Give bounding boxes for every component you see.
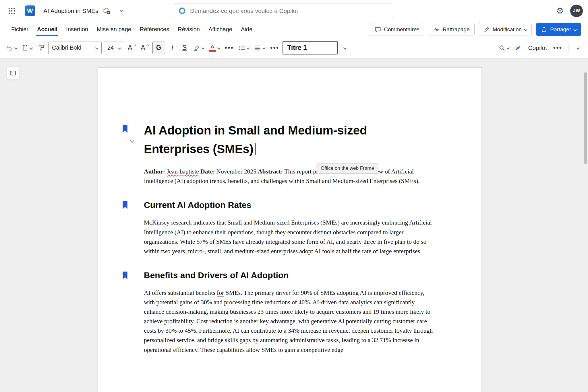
document-meta-paragraph[interactable]: Author: Jean-baptiste Date: November 202… (144, 167, 436, 186)
tab-references[interactable]: Références (136, 22, 173, 37)
bullet-list-chevron-icon (247, 46, 250, 49)
navigation-pane-toggle-button[interactable] (6, 67, 20, 80)
section-heading-2-text: Benefits and Drivers of AI Adoption (144, 270, 289, 280)
font-color-button[interactable]: A (208, 41, 221, 54)
underline-letter: S (182, 44, 187, 52)
font-name-chevron-icon (95, 46, 98, 49)
ribbon-menubar: Fichier Accueil Insertion Mise en page R… (0, 22, 588, 37)
document-title[interactable]: AI Adoption in SMEs (43, 7, 98, 14)
document-title-text: AI Adoption in Small and Medium-sized En… (144, 124, 367, 156)
italic-button[interactable]: I (167, 41, 177, 54)
clipboard-icon (22, 44, 28, 51)
paste-chevron-icon (30, 46, 33, 49)
editing-mode-chevron-icon (524, 28, 527, 31)
heading-bookmark-icon[interactable] (121, 124, 129, 133)
undo-button[interactable] (5, 41, 18, 54)
grow-font-letter: A (128, 44, 132, 52)
share-button[interactable]: Partager (536, 23, 581, 36)
saved-cloud-check-icon (102, 7, 111, 15)
style-select[interactable]: Titre 1 (283, 41, 338, 54)
app-launcher-waffle-icon[interactable] (5, 4, 18, 17)
paragraph-2-post: SMEs. The primary driver for 90% of SMEs… (144, 289, 433, 353)
section-heading-1[interactable]: Current AI Adoption Rates (144, 199, 436, 210)
style-gallery-chevron-button[interactable] (340, 41, 350, 54)
format-painter-button[interactable] (36, 41, 46, 54)
tab-accueil[interactable]: Accueil (33, 22, 62, 37)
section-heading-2[interactable]: Benefits and Drivers of AI Adoption (144, 270, 436, 281)
comments-button[interactable]: Commentaires (370, 23, 424, 36)
editing-mode-label: Modification (493, 26, 522, 33)
heading-collapse-chevron-icon[interactable] (131, 128, 134, 147)
date-label: Date: (200, 168, 215, 175)
catchup-button[interactable]: Rattrapage (429, 23, 475, 36)
document-canvas: Office on the web Frame AI Adoption in S… (0, 58, 588, 392)
grow-font-button[interactable]: A˄ (126, 41, 137, 54)
style-value: Titre 1 (287, 44, 307, 52)
editing-mode-button[interactable]: Modification (479, 23, 532, 36)
settings-gear-icon[interactable]: ⚙ (556, 7, 564, 15)
topbar: W AI Adoption in SMEs ⚙ JW (0, 0, 588, 22)
author-label: Author: (144, 168, 165, 175)
paste-button[interactable] (20, 41, 34, 54)
shrink-font-button[interactable]: A˅ (139, 41, 150, 54)
bookmark-icon (121, 201, 129, 210)
font-color-bar-icon (209, 50, 216, 52)
share-icon (541, 26, 547, 33)
font-size-select[interactable]: 24 (104, 42, 124, 54)
highlight-color-button[interactable] (192, 41, 206, 54)
highlight-chevron-icon (201, 46, 204, 49)
vertical-scrollbar-thumb[interactable] (584, 72, 587, 164)
align-button[interactable] (253, 41, 267, 54)
search-icon (498, 44, 505, 51)
share-label: Partager (550, 26, 571, 33)
align-chevron-icon (262, 46, 266, 49)
style-chevron-icon (343, 46, 346, 49)
italic-letter: I (171, 44, 173, 52)
section-paragraph-1[interactable]: McKinsey research indicates that Small a… (144, 218, 436, 256)
bullet-list-button[interactable] (237, 41, 251, 54)
abstract-label: Abstract: (258, 168, 283, 175)
more-toolbar-options-button[interactable]: ••• (552, 41, 564, 54)
heading-bookmark-icon[interactable] (121, 271, 129, 280)
undo-chevron-icon (14, 46, 17, 49)
tab-fichier[interactable]: Fichier (7, 22, 33, 37)
heading-bookmark-icon[interactable] (121, 201, 129, 210)
find-button[interactable] (497, 41, 511, 54)
date-value: November 2025 (216, 168, 256, 175)
title-dropdown-chevron-icon[interactable] (120, 9, 123, 12)
font-size-value: 24 (107, 44, 114, 51)
document-page[interactable]: AI Adoption in Small and Medium-sized En… (98, 67, 482, 392)
pulse-icon (434, 26, 440, 33)
paragraph-2-grammar-flag[interactable]: for (217, 289, 224, 296)
copilot-toolbar-button[interactable]: Copilot (525, 44, 550, 51)
word-logo-icon[interactable]: W (25, 5, 35, 16)
copilot-search-input[interactable] (190, 7, 388, 14)
grow-caret-icon: ˄ (134, 44, 136, 48)
bold-letter: G (156, 44, 161, 52)
text-cursor (255, 143, 256, 155)
editor-button[interactable] (513, 41, 523, 54)
comments-label: Commentaires (384, 26, 419, 33)
tab-insertion[interactable]: Insertion (62, 22, 92, 37)
more-paragraph-options-button[interactable]: ••• (269, 41, 281, 54)
tab-mise-en-page[interactable]: Mise en page (92, 22, 136, 37)
copilot-search[interactable] (173, 3, 393, 18)
underline-button[interactable]: S (179, 41, 190, 54)
tab-revision[interactable]: Révision (173, 22, 204, 37)
catchup-label: Rattrapage (443, 26, 470, 33)
office-web-frame-tooltip: Office on the web Frame (317, 163, 378, 173)
tab-affichage[interactable]: Affichage (204, 22, 237, 37)
copilot-icon (178, 7, 186, 15)
document-heading-1[interactable]: AI Adoption in Small and Medium-sized En… (144, 121, 427, 158)
user-avatar[interactable]: JW (570, 5, 583, 17)
bold-button[interactable]: G (152, 42, 165, 54)
font-color-chevron-icon (217, 46, 220, 49)
bookmark-icon (121, 271, 129, 280)
waffle-icon (8, 7, 16, 15)
more-font-options-button[interactable]: ••• (223, 41, 235, 54)
tab-aide[interactable]: Aide (237, 22, 257, 37)
section-paragraph-2[interactable]: AI offers substantial benefits for SMEs.… (144, 288, 436, 355)
collapse-ribbon-button[interactable] (573, 41, 583, 54)
author-value: Jean-baptiste (167, 168, 199, 175)
font-name-select[interactable]: Calibri Bold (48, 42, 102, 54)
